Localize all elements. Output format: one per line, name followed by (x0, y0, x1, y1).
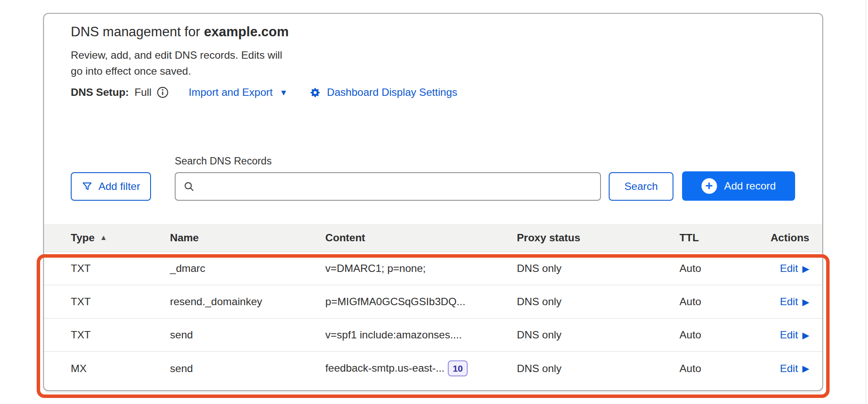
search-records-label: Search DNS Records (175, 155, 601, 167)
dns-setup-value: Full (135, 86, 151, 98)
search-input[interactable] (175, 172, 601, 201)
search-icon (183, 180, 195, 194)
cell-content: v=spf1 include:amazonses.... (325, 329, 517, 341)
dashboard-display-settings-link[interactable]: Dashboard Display Settings (309, 86, 457, 98)
dns-setup-label: DNS Setup: (71, 86, 129, 98)
cell-content: v=DMARC1; p=none; (325, 262, 517, 275)
cell-proxy-status: DNS only (517, 329, 679, 341)
header-ttl: TTL (679, 232, 761, 244)
plus-icon: + (701, 178, 717, 194)
cell-content-text: feedback-smtp.us-east-... (325, 362, 444, 374)
gear-icon (309, 87, 321, 98)
edit-link[interactable]: Edit ▶ (780, 329, 809, 341)
page-description-line: Review, add, and edit DNS records. Edits… (71, 47, 796, 63)
filter-icon (82, 181, 93, 192)
info-icon[interactable] (157, 86, 169, 98)
cell-name: send (170, 329, 325, 341)
edit-arrow-icon: ▶ (802, 264, 809, 273)
header-actions: Actions (771, 232, 809, 244)
chevron-down-icon: ▼ (280, 88, 288, 97)
import-export-link[interactable]: Import and Export ▼ (189, 86, 288, 98)
edit-link[interactable]: Edit ▶ (780, 262, 809, 275)
cell-name: send (170, 363, 325, 375)
page-description-line: go into effect once saved. (71, 63, 796, 79)
cell-name: resend._domainkey (170, 296, 325, 308)
table-row: TXT resend._domainkey p=MIGfMA0GCSqGSIb3… (44, 285, 822, 319)
page-description: Review, add, and edit DNS records. Edits… (71, 47, 796, 79)
import-export-label: Import and Export (189, 86, 273, 98)
dns-management-page: DNS management forexample.com Review, ad… (0, 0, 868, 404)
edit-arrow-icon: ▶ (802, 331, 809, 340)
edit-link[interactable]: Edit ▶ (780, 363, 809, 375)
right-edge-line (865, 0, 866, 404)
header-name: Name (170, 232, 325, 244)
cell-ttl: Auto (679, 296, 761, 308)
table-row: MX send feedback-smtp.us-east-... 10 DNS… (44, 352, 822, 385)
header-content: Content (325, 232, 517, 244)
cell-name: _dmarc (170, 262, 325, 275)
cell-actions: Edit ▶ (780, 363, 809, 375)
cell-proxy-status: DNS only (517, 262, 679, 275)
priority-badge: 10 (448, 360, 467, 376)
cell-content: feedback-smtp.us-east-... 10 (325, 360, 517, 376)
cell-type: TXT (71, 329, 170, 341)
cell-content: p=MIGfMA0GCSqGSIb3DQ... (325, 296, 517, 308)
header-proxy-status: Proxy status (517, 232, 679, 244)
cell-type: TXT (71, 262, 170, 275)
add-filter-label: Add filter (98, 180, 140, 193)
header-type[interactable]: Type ▲ (71, 232, 170, 244)
page-title: DNS management forexample.com (71, 24, 796, 40)
search-box (175, 172, 601, 201)
cell-proxy-status: DNS only (517, 363, 679, 375)
cell-proxy-status: DNS only (517, 296, 679, 308)
page-title-text: DNS management for (71, 24, 200, 39)
table-header-row: Type ▲ Name Content Proxy status TTL Act… (44, 224, 822, 252)
cell-ttl: Auto (679, 262, 761, 275)
edit-arrow-icon: ▶ (802, 364, 809, 373)
cell-actions: Edit ▶ (780, 329, 809, 341)
table-row: TXT _dmarc v=DMARC1; p=none; DNS only Au… (44, 252, 822, 285)
search-group: Search DNS Records (175, 155, 601, 201)
search-button-label: Search (624, 180, 658, 193)
add-record-button[interactable]: + Add record (682, 171, 795, 201)
add-filter-button[interactable]: Add filter (71, 172, 151, 201)
cell-type: TXT (71, 296, 170, 308)
table-row: TXT send v=spf1 include:amazonses.... DN… (44, 319, 822, 352)
page-title-domain: example.com (204, 24, 289, 39)
records-toolbar: Add filter Search DNS Records (71, 155, 796, 201)
sort-ascending-icon: ▲ (100, 234, 107, 242)
cell-actions: Edit ▶ (780, 262, 809, 275)
dns-setup-row: DNS Setup: Full Import and Export ▼ (71, 86, 796, 98)
cell-actions: Edit ▶ (780, 296, 809, 308)
dns-records-table: Type ▲ Name Content Proxy status TTL Act… (44, 224, 822, 385)
cell-ttl: Auto (679, 363, 761, 375)
edit-arrow-icon: ▶ (802, 297, 809, 306)
cell-ttl: Auto (679, 329, 761, 341)
search-button[interactable]: Search (609, 172, 673, 201)
dashboard-display-settings-label: Dashboard Display Settings (327, 86, 457, 98)
cell-type: MX (71, 363, 170, 375)
edit-link[interactable]: Edit ▶ (780, 296, 809, 308)
dns-management-card: DNS management forexample.com Review, ad… (43, 13, 823, 391)
add-record-label: Add record (724, 180, 776, 192)
